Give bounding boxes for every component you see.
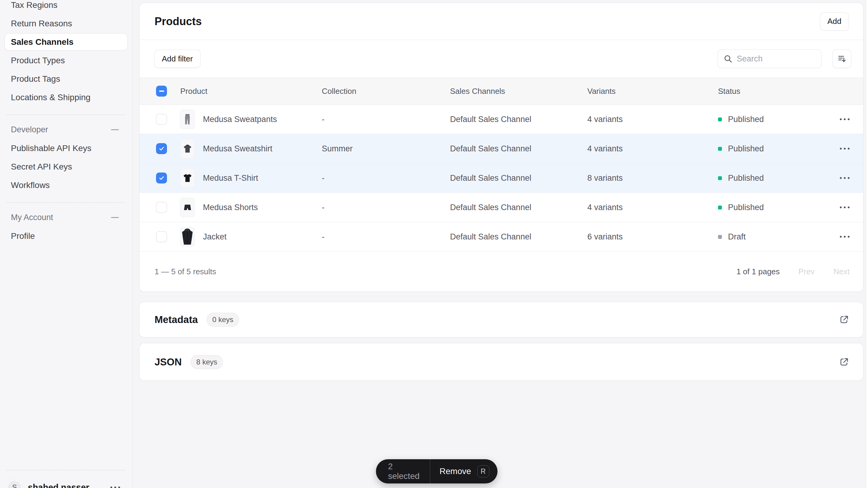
remove-button[interactable]: Remove R: [430, 459, 497, 484]
sidebar-item-product-tags[interactable]: Product Tags: [0, 69, 132, 88]
json-keys-badge: 8 keys: [191, 355, 223, 369]
avatar: S: [7, 480, 22, 488]
ellipsis-icon: [840, 177, 849, 179]
product-name: Medusa Sweatpants: [203, 115, 277, 124]
row-checkbox[interactable]: [156, 143, 167, 154]
remove-label: Remove: [439, 466, 471, 476]
row-actions-button[interactable]: [816, 236, 849, 238]
ellipsis-icon: [840, 206, 849, 208]
results-count: 1 — 5 of 5 results: [155, 267, 216, 277]
sweatpants-image: [184, 114, 191, 125]
metadata-title: Metadata: [155, 314, 198, 325]
variants-cell: 4 variants: [587, 115, 718, 124]
row-actions-button[interactable]: [816, 206, 849, 208]
products-card: Products Add Add filter Produ: [140, 3, 863, 291]
collection-cell: -: [322, 115, 450, 124]
sales-channel-cell: Default Sales Channel: [450, 144, 587, 153]
prev-page-button[interactable]: Prev: [799, 267, 814, 277]
sidebar-item-return-reasons[interactable]: Return Reasons: [0, 14, 132, 33]
sidebar-item-secret-api-keys[interactable]: Secret API Keys: [0, 157, 132, 176]
table-row[interactable]: Medusa Shorts - Default Sales Channel 4 …: [140, 193, 863, 222]
row-checkbox[interactable]: [156, 202, 167, 212]
status-label: Published: [728, 173, 764, 183]
variants-cell: 8 variants: [587, 173, 718, 183]
variants-cell: 6 variants: [587, 232, 718, 241]
shorts-image: [183, 204, 192, 211]
product-name: Jacket: [203, 232, 226, 241]
table-row[interactable]: Medusa Sweatpants - Default Sales Channe…: [140, 105, 863, 134]
row-checkbox[interactable]: [156, 114, 167, 124]
add-product-button[interactable]: Add: [820, 13, 849, 30]
select-all-checkbox[interactable]: [156, 86, 167, 96]
section-label: My Account: [11, 213, 53, 222]
sort-button[interactable]: [833, 50, 851, 68]
scrollbar-track[interactable]: [866, 0, 868, 488]
status-dot: [718, 176, 722, 180]
add-filter-button[interactable]: Add filter: [155, 50, 200, 67]
external-link-icon: [839, 315, 849, 325]
status-dot: [718, 117, 722, 121]
row-actions-button[interactable]: [816, 118, 849, 120]
product-name: Medusa Shorts: [203, 203, 258, 212]
table-row[interactable]: Medusa Sweatshirt Summer Default Sales C…: [140, 134, 863, 164]
table-row[interactable]: Jacket - Default Sales Channel 6 variant…: [140, 222, 863, 252]
collection-cell: Summer: [322, 144, 450, 153]
sidebar-item-sales-channels[interactable]: Sales Channels: [5, 34, 127, 50]
table-row[interactable]: Medusa T-Shirt - Default Sales Channel 8…: [140, 164, 863, 193]
sidebar-divider: [7, 202, 125, 203]
status-label: Draft: [728, 232, 746, 241]
metadata-card: Metadata 0 keys: [140, 302, 863, 337]
search-box[interactable]: [718, 50, 821, 68]
pagination: 1 — 5 of 5 results 1 of 1 pages Prev Nex…: [140, 252, 863, 291]
column-header-variants: Variants: [587, 87, 718, 96]
collection-cell: -: [322, 203, 450, 212]
user-menu[interactable]: S shahed nasser: [0, 480, 132, 488]
json-card: JSON 8 keys: [140, 343, 863, 380]
sidebar-nav-settings: Tax RegionsReturn ReasonsSales ChannelsP…: [0, 0, 132, 107]
jacket-image: [180, 227, 194, 246]
metadata-edit-button[interactable]: [839, 315, 849, 325]
sidebar-section-items-my-account: Profile: [0, 227, 132, 245]
ellipsis-icon: [840, 118, 849, 120]
status-dot: [718, 235, 722, 239]
json-title: JSON: [155, 356, 182, 368]
sidebar-item-profile[interactable]: Profile: [0, 227, 132, 245]
sidebar-section-items-developer: Publishable API KeysSecret API KeysWorkf…: [0, 139, 132, 194]
sidebar-item-tax-regions[interactable]: Tax Regions: [0, 0, 132, 14]
collapse-minus-icon[interactable]: [111, 129, 119, 130]
next-page-button[interactable]: Next: [834, 267, 849, 277]
sidebar: Tax RegionsReturn ReasonsSales ChannelsP…: [0, 0, 132, 488]
user-menu-ellipsis-icon[interactable]: [111, 487, 120, 488]
status-dot: [718, 205, 722, 209]
sidebar-item-product-types[interactable]: Product Types: [0, 51, 132, 69]
sidebar-item-workflows[interactable]: Workflows: [0, 176, 132, 194]
section-label: Developer: [11, 125, 48, 135]
row-checkbox[interactable]: [156, 173, 167, 183]
metadata-keys-badge: 0 keys: [207, 313, 239, 326]
sidebar-item-locations-shipping[interactable]: Locations & Shipping: [0, 88, 132, 107]
table-body: Medusa Sweatpants - Default Sales Channe…: [140, 105, 863, 252]
product-thumbnail: [180, 139, 194, 158]
sidebar-divider: [7, 114, 125, 115]
search-input[interactable]: [737, 54, 816, 64]
json-view-button[interactable]: [839, 357, 849, 367]
row-actions-button[interactable]: [816, 177, 849, 179]
sidebar-section-header-my-account[interactable]: My Account: [0, 208, 132, 227]
row-actions-button[interactable]: [816, 148, 849, 149]
status-label: Published: [728, 144, 764, 153]
collection-cell: -: [322, 173, 450, 183]
sidebar-section-header-developer[interactable]: Developer: [0, 120, 132, 139]
row-checkbox[interactable]: [156, 232, 167, 242]
external-link-icon: [839, 357, 849, 367]
sidebar-section-my-account: My Account Profile: [0, 208, 132, 245]
product-thumbnail: [180, 110, 194, 128]
sidebar-item-publishable-api-keys[interactable]: Publishable API Keys: [0, 139, 132, 157]
product-thumbnail: [180, 169, 194, 188]
sales-channel-cell: Default Sales Channel: [450, 115, 587, 124]
sales-channel-cell: Default Sales Channel: [450, 232, 587, 241]
collapse-minus-icon[interactable]: [111, 217, 119, 218]
variants-cell: 4 variants: [587, 144, 718, 153]
main-content: Products Add Add filter Produ: [132, 0, 866, 488]
column-header-product: Product: [180, 87, 322, 96]
tshirt-image: [183, 173, 192, 182]
